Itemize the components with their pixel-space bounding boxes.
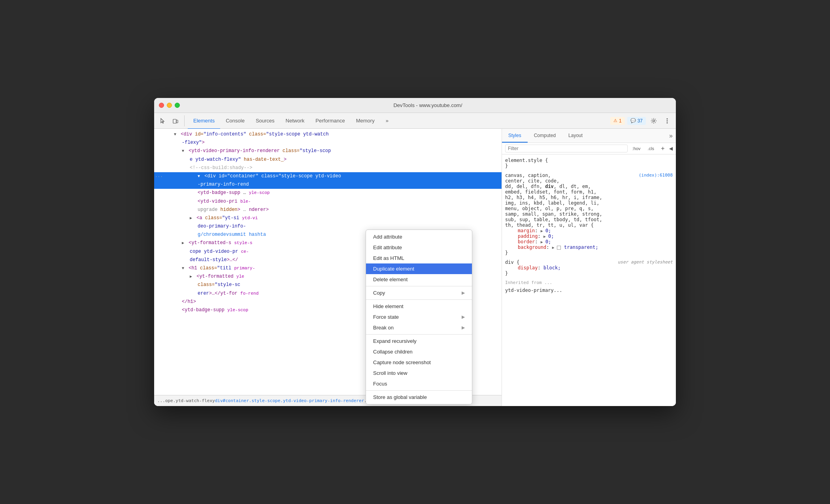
html-line-selected[interactable]: -primary-info-rend bbox=[154, 181, 502, 189]
html-line[interactable]: ▼ <ytd-video-primary-info-renderer class… bbox=[154, 147, 502, 155]
ctx-expand-recursively[interactable]: Expand recursively bbox=[366, 336, 472, 346]
dots-marker: ... bbox=[155, 173, 163, 180]
html-line[interactable]: <ytd-video-pri ble- bbox=[154, 197, 502, 206]
ctx-collapse-children[interactable]: Collapse children bbox=[366, 346, 472, 357]
filter-input[interactable] bbox=[505, 145, 628, 152]
style-close: } bbox=[505, 250, 673, 256]
style-rule-element: element.style { } bbox=[505, 158, 673, 169]
html-line[interactable]: -flexy"> bbox=[154, 139, 502, 147]
more-options-icon[interactable] bbox=[662, 115, 673, 126]
style-property-margin: margin: ▶ 0; bbox=[505, 228, 673, 233]
status-crumb-flexy[interactable]: ope.ytd-watch-flexy bbox=[165, 398, 215, 403]
styles-tab-layout[interactable]: Layout bbox=[562, 129, 589, 143]
styles-filter-bar: :hov .cls + ◀ bbox=[502, 143, 676, 154]
styles-more-button[interactable]: » bbox=[666, 129, 676, 143]
maximize-button[interactable] bbox=[175, 103, 180, 108]
ctx-focus[interactable]: Focus bbox=[366, 378, 472, 389]
ctx-hide-element[interactable]: Hide element bbox=[366, 301, 472, 312]
ctx-force-state[interactable]: Force state ▶ bbox=[366, 312, 472, 322]
style-rule-div-ua: div { user agent stylesheet display: blo… bbox=[505, 260, 673, 276]
style-source[interactable]: (index):61008 bbox=[639, 173, 673, 178]
device-toggle-icon[interactable] bbox=[170, 115, 181, 126]
triangle-icon: ▼ bbox=[174, 132, 178, 138]
context-menu: Add attribute Edit attribute Edit as HTM… bbox=[366, 229, 472, 404]
ctx-separator-3 bbox=[366, 334, 472, 335]
ctx-separator-1 bbox=[366, 286, 472, 286]
html-line-selected[interactable]: ... ▼ <div id="container" class="style-s… bbox=[154, 172, 502, 181]
svg-point-3 bbox=[667, 118, 668, 119]
devtools-window: DevTools - www.youtube.com/ bbox=[154, 98, 676, 406]
style-selector-line: dd, del, dfn, div, dl, dt, em, bbox=[505, 184, 673, 189]
style-property-display: display: block; bbox=[505, 265, 673, 271]
html-line[interactable]: e ytd-watch-flexy" has-date-text_> bbox=[154, 156, 502, 164]
triangle-icon: ▶ bbox=[190, 215, 194, 222]
ctx-break-on[interactable]: Break on ▶ bbox=[366, 322, 472, 333]
style-selector-line: h2, h3, h4, h5, h6, hr, i, iframe, bbox=[505, 195, 673, 200]
toolbar-icons bbox=[157, 115, 185, 126]
ctx-separator-2 bbox=[366, 299, 472, 300]
style-rule-reset: canvas, caption, (index):61008 center, c… bbox=[505, 173, 673, 256]
style-selector-line: embed, fieldset, font, form, h1, bbox=[505, 189, 673, 195]
tab-performance[interactable]: Performance bbox=[310, 113, 350, 129]
ctx-delete-element[interactable]: Delete element bbox=[366, 274, 472, 285]
triangle-icon: ▼ bbox=[182, 265, 186, 272]
main-content: ▼ <div id="info-contents" class="style-s… bbox=[154, 129, 676, 406]
ctx-copy[interactable]: Copy ▶ bbox=[366, 288, 472, 298]
tab-network[interactable]: Network bbox=[280, 113, 310, 129]
tab-more[interactable]: » bbox=[380, 113, 394, 129]
info-badge[interactable]: 💬 37 bbox=[627, 117, 646, 125]
filter-hov-button[interactable]: :hov bbox=[630, 145, 643, 152]
minimize-button[interactable] bbox=[167, 103, 172, 108]
svg-point-2 bbox=[653, 120, 655, 122]
style-selector-line: sub, sup, table, tbody, td, tfoot, bbox=[505, 217, 673, 222]
add-style-rule-button[interactable]: + bbox=[659, 145, 667, 152]
filter-cls-button[interactable]: .cls bbox=[645, 145, 657, 152]
style-selector-line: samp, small, span, strike, strong, bbox=[505, 211, 673, 217]
navigate-styles-button[interactable]: ◀ bbox=[669, 146, 673, 151]
close-button[interactable] bbox=[159, 103, 164, 108]
tab-console[interactable]: Console bbox=[220, 113, 250, 129]
tab-elements[interactable]: Elements bbox=[188, 113, 220, 129]
style-selector-line: th, thead, tr, tt, u, ul, var { bbox=[505, 222, 673, 228]
info-icon: 💬 bbox=[630, 118, 636, 123]
ctx-edit-attribute[interactable]: Edit attribute bbox=[366, 242, 472, 253]
ctx-duplicate-element[interactable]: Duplicate element bbox=[366, 263, 472, 274]
toolbar-tabs: Elements Console Sources Network Perform… bbox=[188, 113, 610, 129]
elements-panel: ▼ <div id="info-contents" class="style-s… bbox=[154, 129, 502, 406]
status-crumb-container[interactable]: div#container.style-scope.ytd-video-prim… bbox=[215, 398, 364, 403]
styles-tab-styles[interactable]: Styles bbox=[502, 129, 528, 143]
ctx-add-attribute[interactable]: Add attribute bbox=[366, 231, 472, 242]
color-swatch bbox=[557, 246, 561, 250]
warning-badge[interactable]: ⚠ 1 bbox=[610, 117, 625, 125]
triangle-icon: ▼ bbox=[182, 148, 186, 154]
style-property-padding: padding: ▶ 0; bbox=[505, 233, 673, 239]
devtools-container: Elements Console Sources Network Perform… bbox=[154, 113, 676, 406]
html-line[interactable]: ▶ <a class="yt-si ytd-vi bbox=[154, 214, 502, 222]
ctx-edit-html[interactable]: Edit as HTML bbox=[366, 253, 472, 263]
style-selector-row: div { user agent stylesheet bbox=[505, 260, 673, 265]
style-close: } bbox=[505, 271, 673, 276]
html-line[interactable]: upgrade hidden> … nderer> bbox=[154, 206, 502, 214]
cursor-icon[interactable] bbox=[157, 115, 168, 126]
title-bar: DevTools - www.youtube.com/ bbox=[154, 98, 676, 113]
html-line[interactable]: ▼ <div id="info-contents" class="style-s… bbox=[154, 130, 502, 139]
ctx-capture-screenshot[interactable]: Capture node screenshot bbox=[366, 357, 472, 368]
html-line[interactable]: <ytd-badge-supp … yle-scop bbox=[154, 189, 502, 197]
styles-panel: Styles Computed Layout » :hov .cls + ◀ bbox=[502, 129, 676, 406]
style-selector: element.style { bbox=[505, 158, 673, 163]
tab-sources[interactable]: Sources bbox=[250, 113, 280, 129]
triangle-icon: ▼ bbox=[198, 173, 202, 180]
tab-memory[interactable]: Memory bbox=[351, 113, 380, 129]
settings-icon[interactable] bbox=[648, 115, 659, 126]
svg-point-4 bbox=[667, 120, 668, 121]
style-property-border: border: ▶ 0; bbox=[505, 239, 673, 244]
styles-tabs: Styles Computed Layout » bbox=[502, 129, 676, 143]
style-selector-line: menu, object, ol, p, pre, q, s, bbox=[505, 206, 673, 211]
styles-tab-computed[interactable]: Computed bbox=[528, 129, 562, 143]
inherited-from-label: Inherited from ... bbox=[505, 280, 673, 285]
ctx-scroll-into-view[interactable]: Scroll into view bbox=[366, 368, 472, 378]
inherited-from-sub[interactable]: ytd-video-primary... bbox=[505, 288, 673, 293]
ctx-store-global[interactable]: Store as global variable bbox=[366, 392, 472, 402]
html-line[interactable]: <!--css-build:shady--> bbox=[154, 164, 502, 172]
styles-content[interactable]: element.style { } canvas, caption, (inde… bbox=[502, 154, 676, 406]
